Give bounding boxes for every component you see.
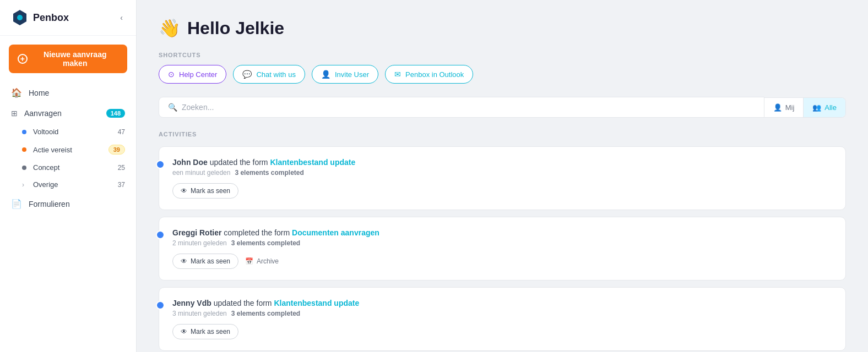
activity-1-form-link[interactable]: Klantenbestand update — [270, 158, 355, 167]
activity-3-name: Jenny Vdb — [172, 299, 211, 307]
people-icon: 👥 — [812, 103, 821, 112]
filter-tab-alle[interactable]: 👥 Alle — [803, 98, 845, 117]
overige-count: 37 — [118, 181, 125, 189]
overige-label: Overige — [33, 180, 58, 189]
activity-3-header: Jenny Vdb updated the form Klantenbestan… — [172, 299, 832, 307]
activity-2-header: Greggi Rotier completed the form Documen… — [172, 228, 832, 237]
activity-1-elements: 3 elements completed — [235, 169, 303, 177]
archive-button-2[interactable]: 📅 Archive — [245, 257, 279, 265]
activity-1-meta: een minuut geleden 3 elements completed — [172, 169, 832, 177]
sidebar-item-aanvragen-label: Aanvragen — [24, 109, 62, 118]
activity-1-action: updated the form — [210, 158, 270, 167]
activity-1-header: John Doe updated the form Klantenbestand… — [172, 158, 832, 167]
activity-1-name: John Doe — [172, 158, 208, 167]
activity-3-action: updated the form — [214, 299, 274, 307]
mail-icon: ✉ — [394, 70, 401, 79]
search-input[interactable] — [182, 103, 755, 112]
search-icon: 🔍 — [168, 103, 177, 112]
layers-icon: ⊞ — [11, 109, 18, 118]
activity-1-actions: 👁 Mark as seen — [172, 183, 832, 199]
mark-as-seen-button-3[interactable]: 👁 Mark as seen — [172, 324, 238, 339]
activity-3-time: 3 minuten geleden — [172, 310, 227, 317]
eye-icon-2: 👁 — [181, 257, 187, 265]
mark-as-seen-label-3: Mark as seen — [191, 328, 230, 336]
main-content: 👋 Hello Jelkie SHORTCUTS ⊙ Help Center 💬… — [137, 0, 868, 352]
nav-section: 🏠 Home ⊞ Aanvragen 148 Voltooid 47 Actie… — [0, 78, 136, 352]
help-center-label: Help Center — [179, 70, 217, 79]
shortcuts-row: ⊙ Help Center 💬 Chat with us 👤 Invite Us… — [159, 65, 846, 84]
help-icon: ⊙ — [168, 70, 175, 79]
activity-3-elements: 3 elements completed — [231, 310, 300, 317]
logo: Penbox — [11, 9, 69, 26]
invite-user-button[interactable]: 👤 Invite User — [312, 65, 378, 84]
activities-label: ACTIVITIES — [159, 131, 846, 138]
help-center-button[interactable]: ⊙ Help Center — [159, 65, 226, 84]
overige-chevron: › — [22, 181, 24, 189]
plus-icon: + — [18, 54, 28, 64]
sidebar-item-voltooid[interactable]: Voltooid 47 — [11, 123, 136, 140]
formulieren-label: Formulieren — [29, 200, 70, 208]
activity-1-time: een minuut geleden — [172, 169, 230, 177]
formulieren-icon: 📄 — [11, 199, 22, 209]
sidebar-item-home[interactable]: 🏠 Home — [0, 82, 136, 103]
mark-as-seen-label-2: Mark as seen — [191, 257, 230, 265]
concept-dot — [22, 166, 26, 170]
wave-emoji: 👋 — [159, 18, 181, 38]
penbox-outlook-label: Penbox in Outlook — [405, 70, 464, 79]
sidebar-item-formulieren[interactable]: 📄 Formulieren — [0, 193, 136, 215]
voltooid-dot — [22, 130, 26, 134]
voltooid-count: 47 — [118, 128, 125, 136]
invite-user-label: Invite User — [335, 70, 369, 79]
chat-with-us-button[interactable]: 💬 Chat with us — [233, 65, 305, 84]
activity-card-3: Jenny Vdb updated the form Klantenbestan… — [159, 287, 846, 351]
collapse-button[interactable]: ‹ — [118, 11, 125, 24]
shortcuts-label: SHORTCUTS — [159, 52, 846, 58]
new-request-label: Nieuwe aanvraag maken — [32, 50, 118, 68]
activity-2-elements: 3 elements completed — [231, 239, 300, 247]
sidebar: Penbox ‹ + Nieuwe aanvraag maken 🏠 Home … — [0, 0, 137, 352]
svg-point-1 — [17, 15, 23, 20]
home-icon: 🏠 — [11, 87, 22, 98]
search-filter-row: 🔍 👤 Mij 👥 Alle — [159, 97, 846, 118]
sidebar-item-overige[interactable]: › Overige 37 — [11, 176, 136, 193]
mark-as-seen-button-1[interactable]: 👁 Mark as seen — [172, 183, 238, 199]
aanvragen-badge: 148 — [106, 109, 125, 118]
activity-2-name: Greggi Rotier — [172, 228, 221, 237]
app-name: Penbox — [33, 12, 69, 24]
activity-2-action: completed the form — [224, 228, 292, 237]
hello-title: Hello Jelkie — [187, 18, 284, 38]
activity-2-form-link[interactable]: Documenten aanvragen — [292, 228, 379, 237]
new-request-button[interactable]: + Nieuwe aanvraag maken — [9, 45, 127, 73]
sidebar-header: Penbox ‹ — [0, 0, 136, 36]
sidebar-item-concept[interactable]: Concept 25 — [11, 159, 136, 176]
activity-2-time: 2 minuten geleden — [172, 239, 227, 247]
eye-icon-1: 👁 — [181, 187, 187, 195]
activity-3-meta: 3 minuten geleden 3 elements completed — [172, 310, 832, 317]
sub-nav: Voltooid 47 Actie vereist 39 Concept 25 … — [0, 123, 136, 193]
activity-2-actions: 👁 Mark as seen 📅 Archive — [172, 254, 832, 269]
mark-as-seen-button-2[interactable]: 👁 Mark as seen — [172, 254, 238, 269]
activity-3-form-link[interactable]: Klantenbestand update — [274, 299, 359, 307]
actie-label: Actie vereist — [33, 146, 72, 154]
activity-card-2: Greggi Rotier completed the form Documen… — [159, 217, 846, 280]
eye-icon-3: 👁 — [181, 328, 187, 336]
sidebar-item-aanvragen[interactable]: ⊞ Aanvragen 148 — [0, 103, 136, 123]
archive-icon: 📅 — [245, 257, 253, 265]
penbox-outlook-button[interactable]: ✉ Penbox in Outlook — [385, 65, 473, 84]
archive-label: Archive — [257, 257, 279, 265]
filter-tab-mij[interactable]: 👤 Mij — [764, 98, 804, 117]
filter-tabs: 👤 Mij 👥 Alle — [764, 97, 846, 118]
search-box: 🔍 — [159, 97, 764, 118]
mark-as-seen-label-1: Mark as seen — [191, 187, 230, 195]
logo-icon — [11, 9, 29, 26]
person-icon: 👤 — [773, 103, 782, 112]
sidebar-item-home-label: Home — [29, 89, 49, 97]
user-plus-icon: 👤 — [321, 70, 330, 79]
chat-icon: 💬 — [242, 70, 252, 79]
activity-3-actions: 👁 Mark as seen — [172, 324, 832, 339]
page-title: 👋 Hello Jelkie — [159, 18, 846, 38]
sidebar-item-actie-vereist[interactable]: Actie vereist 39 — [11, 140, 136, 159]
actie-count: 39 — [109, 145, 125, 155]
activity-2-meta: 2 minuten geleden 3 elements completed — [172, 239, 832, 247]
actie-dot — [22, 147, 26, 152]
